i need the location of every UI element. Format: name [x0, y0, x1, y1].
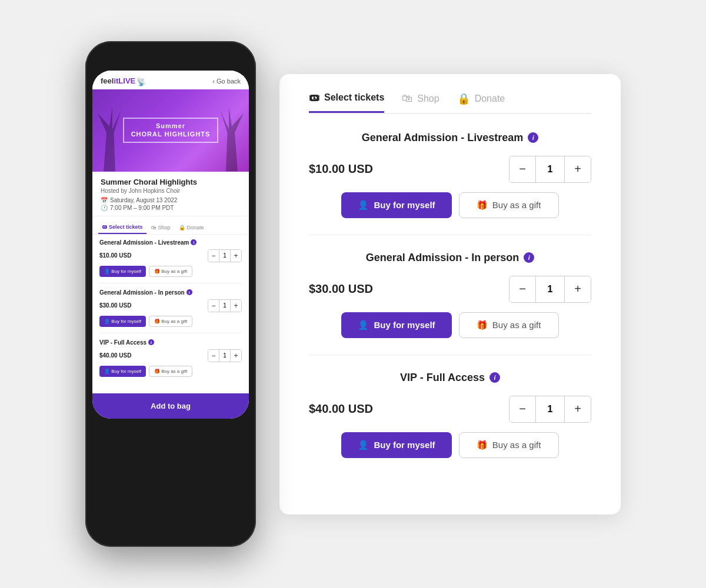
- phone-tabs: 🎟 Select tickets 🛍 Shop 🔒 Donate: [92, 221, 249, 235]
- desktop-ticket-2-price: $30.00 USD: [309, 282, 373, 296]
- phone-tab-shop[interactable]: 🛍 Shop: [148, 221, 174, 234]
- desktop-qty-1-minus[interactable]: −: [509, 156, 535, 182]
- phone-qty-1-minus[interactable]: −: [208, 250, 219, 262]
- phone-qty-2-plus[interactable]: +: [231, 300, 241, 312]
- desktop-ticket-2-btns: 👤 Buy for myself 🎁 Buy as a gift: [309, 312, 591, 338]
- phone-ticket-3: VIP - Full Access i $40.00 USD − 1 + 👤 B…: [99, 339, 242, 383]
- buy-gift-2-label: Buy as a gift: [492, 320, 541, 330]
- phone-ticket-1-price: $10.00 USD: [99, 252, 131, 259]
- desktop-buy-myself-1[interactable]: 👤 Buy for myself: [341, 192, 451, 218]
- phone-ticket-1: General Admission - Livestream i $10.00 …: [99, 239, 242, 283]
- signal-icon: 📡: [136, 78, 145, 86]
- phone-date-row: 📅 Saturday, August 13 2022: [101, 197, 241, 203]
- phone-buy-gift-3[interactable]: 🎁 Buy as a gift: [149, 366, 192, 377]
- phone-buy-gift-2[interactable]: 🎁 Buy as a gift: [149, 316, 192, 327]
- info-icon-1[interactable]: i: [191, 239, 197, 245]
- gift-icon-1: 🎁: [477, 200, 488, 211]
- info-icon-3[interactable]: i: [148, 339, 154, 345]
- donate-tab-label: Donate: [475, 93, 505, 104]
- desktop-ticket-2-price-row: $30.00 USD − 1 +: [309, 276, 591, 303]
- select-tickets-tab-icon: 🎟: [309, 92, 319, 104]
- clock-icon: 🕐: [101, 205, 108, 211]
- desktop-tab-shop[interactable]: 🛍 Shop: [402, 92, 439, 113]
- person-icon-1: 👤: [358, 200, 369, 211]
- phone-mockup: feelitLIVE📡 Go back Summer CHORAL HIGHLI…: [85, 41, 256, 547]
- phone-ticket-list: General Admission - Livestream i $10.00 …: [92, 235, 249, 393]
- desktop-buy-myself-2[interactable]: 👤 Buy for myself: [341, 312, 451, 338]
- phone-event-banner: Summer CHORAL HIGHLIGHTS: [92, 89, 249, 172]
- phone-time-row: 🕐 7:00 PM – 9:00 PM PDT: [101, 205, 241, 211]
- phone-ticket-1-name: General Admission - Livestream i: [99, 239, 242, 246]
- phone-buy-myself-1[interactable]: 👤 Buy for myself: [99, 266, 146, 277]
- donate-tab-icon-desktop: 🔒: [457, 92, 470, 105]
- desktop-qty-3-val: 1: [535, 396, 565, 422]
- info-icon-2[interactable]: i: [187, 289, 192, 295]
- phone-ticket-2-row: $30.00 USD − 1 +: [99, 299, 242, 312]
- desktop-buy-myself-3[interactable]: 👤 Buy for myself: [341, 432, 451, 458]
- phone-notch: [162, 49, 179, 66]
- phone-hosted-by: Hosted by John Hopkins Choir: [101, 188, 241, 194]
- phone-screen: feelitLIVE📡 Go back Summer CHORAL HIGHLI…: [92, 71, 249, 419]
- desktop-ticket-3-price: $40.00 USD: [309, 402, 373, 416]
- desktop-ticket-3-qty: − 1 +: [509, 396, 591, 423]
- desktop-ticket-2-qty: − 1 +: [509, 276, 591, 303]
- desktop-ticket-1-title: General Admission - Livestream i: [309, 132, 591, 144]
- person-icon-3: 👤: [358, 440, 369, 450]
- desktop-tabs: 🎟 Select tickets 🛍 Shop 🔒 Donate: [309, 92, 591, 114]
- phone-qty-3-minus[interactable]: −: [208, 350, 219, 362]
- desktop-ticket-2-title: General Admission - In person i: [309, 252, 591, 264]
- desktop-ticket-3-title: VIP - Full Access i: [309, 372, 591, 384]
- shop-tab-icon-desktop: 🛍: [402, 92, 412, 105]
- go-back-button[interactable]: Go back: [212, 78, 241, 85]
- desktop-qty-2-plus[interactable]: +: [565, 276, 591, 302]
- phone-ticket-2: General Admission - In person i $30.00 U…: [99, 289, 242, 333]
- buy-gift-3-label: Buy as a gift: [492, 440, 541, 450]
- phone-qty-1-plus[interactable]: +: [231, 250, 241, 262]
- phone-ticket-2-qty: − 1 +: [208, 299, 242, 312]
- phone-tab-select-tickets[interactable]: 🎟 Select tickets: [98, 221, 146, 234]
- add-to-bag-button[interactable]: Add to bag: [92, 393, 249, 419]
- desktop-ticket-1-price-row: $10.00 USD − 1 +: [309, 156, 591, 183]
- donate-tab-icon: 🔒: [179, 225, 185, 230]
- desktop-ticket-1-qty: − 1 +: [509, 156, 591, 183]
- gift-icon-3: 🎁: [477, 440, 488, 450]
- buy-myself-2-label: Buy for myself: [374, 320, 435, 330]
- phone-buy-gift-1[interactable]: 🎁 Buy as a gift: [149, 266, 192, 277]
- buy-myself-3-label: Buy for myself: [374, 440, 435, 450]
- desktop-ticket-1-btns: 👤 Buy for myself 🎁 Buy as a gift: [309, 192, 591, 218]
- phone-ticket-3-row: $40.00 USD − 1 +: [99, 349, 242, 362]
- phone-buy-myself-3[interactable]: 👤 Buy for myself: [99, 366, 146, 377]
- phone-ticket-2-btns: 👤 Buy for myself 🎁 Buy as a gift: [99, 316, 242, 327]
- desktop-qty-2-minus[interactable]: −: [509, 276, 535, 302]
- desktop-qty-2-val: 1: [535, 276, 565, 302]
- desktop-panel: 🎟 Select tickets 🛍 Shop 🔒 Donate General…: [279, 74, 621, 514]
- phone-ticket-3-price: $40.00 USD: [99, 352, 131, 359]
- desktop-buy-gift-3[interactable]: 🎁 Buy as a gift: [459, 432, 559, 458]
- phone-buy-myself-2[interactable]: 👤 Buy for myself: [99, 316, 146, 327]
- desktop-info-icon-1[interactable]: i: [528, 132, 538, 143]
- desktop-qty-1-val: 1: [535, 156, 565, 182]
- phone-qty-2-minus[interactable]: −: [208, 300, 219, 312]
- phone-ticket-1-qty: − 1 +: [208, 249, 242, 262]
- desktop-ticket-1-price: $10.00 USD: [309, 162, 373, 176]
- buy-myself-1-label: Buy for myself: [374, 200, 435, 210]
- phone-tab-donate[interactable]: 🔒 Donate: [175, 221, 208, 234]
- phone-ticket-3-btns: 👤 Buy for myself 🎁 Buy as a gift: [99, 366, 242, 377]
- desktop-info-icon-2[interactable]: i: [524, 252, 534, 263]
- desktop-qty-3-plus[interactable]: +: [565, 396, 591, 422]
- desktop-info-icon-3[interactable]: i: [489, 372, 500, 383]
- desktop-qty-3-minus[interactable]: −: [509, 396, 535, 422]
- desktop-tab-donate[interactable]: 🔒 Donate: [457, 92, 505, 113]
- desktop-buy-gift-2[interactable]: 🎁 Buy as a gift: [459, 312, 559, 338]
- desktop-qty-1-plus[interactable]: +: [565, 156, 591, 182]
- phone-qty-2-val: 1: [219, 300, 231, 312]
- phone-event-info: Summer Choral Highlights Hosted by John …: [92, 172, 249, 216]
- app-logo: feelitLIVE📡: [101, 76, 145, 86]
- phone-event-title: Summer Choral Highlights: [101, 178, 241, 186]
- desktop-buy-gift-1[interactable]: 🎁 Buy as a gift: [459, 192, 559, 218]
- phone-qty-3-plus[interactable]: +: [231, 350, 241, 362]
- phone-qty-1-val: 1: [219, 250, 231, 262]
- desktop-tab-select-tickets[interactable]: 🎟 Select tickets: [309, 92, 384, 113]
- phone-ticket-2-price: $30.00 USD: [99, 302, 131, 309]
- palm-left-decoration: [95, 107, 124, 172]
